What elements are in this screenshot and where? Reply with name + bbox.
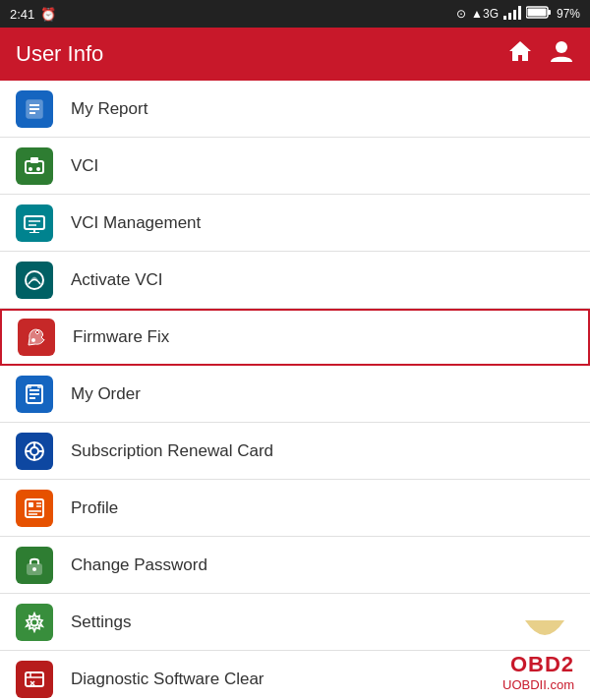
top-bar-icons [507, 38, 574, 70]
change-password-icon [16, 547, 53, 584]
svg-point-31 [30, 447, 38, 455]
svg-point-23 [31, 338, 35, 342]
vci-management-label: VCI Management [71, 213, 201, 233]
subscription-renewal-icon [16, 433, 53, 470]
my-report-label: My Report [71, 99, 148, 119]
status-bar: 2:41 ⏰ ⊙ ▲3G 97% [0, 0, 590, 28]
menu-list: My ReportVCIVCI ManagementActivate VCIFi… [0, 81, 590, 700]
status-right: ⊙ ▲3G 97% [456, 6, 580, 23]
change-password-label: Change Password [71, 555, 207, 575]
menu-item-diagnostic-software-clear[interactable]: Diagnostic Software Clear [0, 651, 590, 700]
vci-management-icon [16, 204, 53, 242]
svg-point-15 [29, 167, 32, 171]
settings-icon [16, 604, 53, 641]
settings-label: Settings [71, 612, 131, 632]
my-order-label: My Order [71, 384, 141, 404]
alarm-icon: ⏰ [40, 7, 56, 22]
profile-icon [16, 490, 53, 527]
user-button[interactable] [549, 38, 574, 70]
svg-point-43 [32, 567, 36, 571]
firmware-fix-label: Firmware Fix [73, 327, 169, 347]
svg-rect-45 [26, 672, 43, 686]
battery-percent: 97% [557, 7, 580, 21]
diagnostic-software-clear-icon [16, 661, 53, 698]
diagnostic-software-clear-label: Diagnostic Software Clear [71, 670, 265, 689]
svg-rect-14 [30, 157, 38, 163]
home-button[interactable] [507, 39, 533, 69]
svg-rect-0 [503, 16, 506, 20]
svg-point-8 [556, 41, 567, 53]
svg-rect-28 [28, 384, 31, 388]
vci-label: VCI [71, 156, 98, 176]
menu-item-activate-vci[interactable]: Activate VCI [0, 252, 590, 309]
vci-icon [16, 147, 53, 185]
svg-rect-5 [548, 10, 551, 15]
menu-item-vci-management[interactable]: VCI Management [0, 195, 590, 252]
activate-vci-label: Activate VCI [71, 270, 163, 290]
svg-point-16 [36, 167, 40, 171]
signal-icon: ▲3G [471, 7, 499, 21]
status-time: 2:41 [10, 7, 34, 22]
signal-bars [503, 6, 521, 23]
menu-item-profile[interactable]: Profile [0, 480, 590, 537]
battery-icon [526, 6, 552, 22]
svg-rect-6 [527, 9, 546, 17]
menu-item-my-order[interactable]: My Order [0, 366, 590, 423]
svg-marker-7 [509, 41, 531, 61]
svg-point-44 [31, 618, 38, 625]
menu-item-my-report[interactable]: My Report [0, 81, 590, 138]
wifi-icon: ⊙ [456, 7, 466, 21]
menu-item-firmware-fix[interactable]: Firmware Fix [0, 309, 590, 366]
menu-item-change-password[interactable]: Change Password [0, 537, 590, 594]
my-order-icon [16, 376, 53, 413]
profile-label: Profile [71, 498, 118, 518]
menu-item-vci[interactable]: VCI [0, 138, 590, 195]
svg-rect-2 [513, 10, 516, 20]
activate-vci-icon [16, 262, 53, 299]
menu-item-settings[interactable]: Settings [0, 594, 590, 651]
svg-rect-37 [29, 502, 33, 507]
status-left: 2:41 ⏰ [10, 7, 56, 22]
firmware-fix-icon [18, 319, 55, 356]
svg-rect-29 [37, 384, 41, 388]
svg-rect-17 [25, 216, 44, 229]
svg-rect-3 [518, 6, 521, 20]
svg-rect-1 [508, 13, 511, 20]
my-report-icon [16, 90, 53, 128]
menu-item-subscription-renewal[interactable]: Subscription Renewal Card [0, 423, 590, 480]
page-title: User Info [16, 41, 103, 67]
top-bar: User Info [0, 28, 590, 81]
subscription-renewal-label: Subscription Renewal Card [71, 441, 273, 461]
